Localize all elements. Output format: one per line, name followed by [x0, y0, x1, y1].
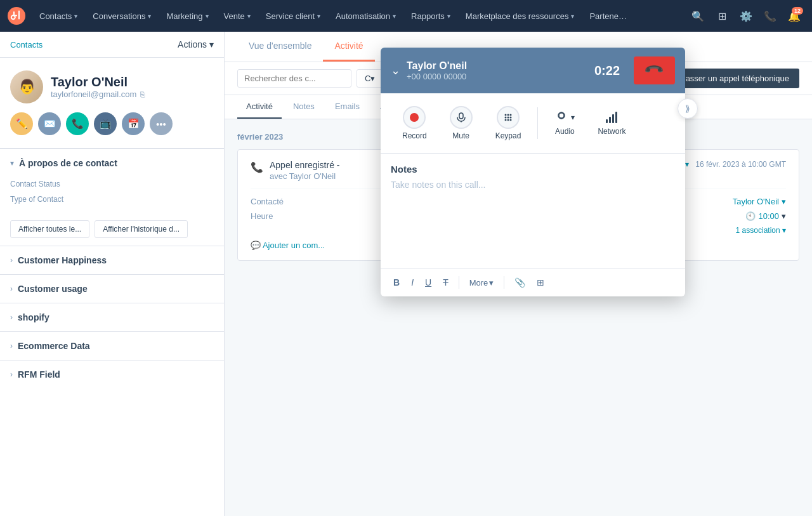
contact-name: Taylor O'Neil	[51, 75, 145, 89]
video-button[interactable]: 📺	[94, 112, 117, 135]
chevron-down-icon: ▾	[393, 13, 396, 20]
chevron-down-icon: ▾	[209, 39, 214, 50]
chevron-right-icon: ›	[10, 313, 13, 322]
mic-icon	[450, 106, 473, 129]
attachment-button[interactable]: 📎	[511, 275, 529, 290]
strikethrough-button[interactable]: T	[439, 275, 452, 290]
chevron-right-icon: ›	[10, 284, 13, 293]
call-collapse-button[interactable]: ⌄	[391, 63, 400, 77]
activity-tab-activite[interactable]: Activité	[237, 95, 282, 119]
tab-vue-ensemble[interactable]: Vue d'ensemble	[237, 32, 323, 62]
table-button[interactable]: ⊞	[533, 275, 548, 290]
copy-icon[interactable]: ⎘	[140, 90, 145, 99]
svg-rect-15	[612, 114, 614, 123]
toolbar-separator	[459, 276, 459, 289]
call-button[interactable]: 📞	[66, 112, 89, 135]
nav-service[interactable]: Service client ▾	[259, 8, 327, 25]
apps-button[interactable]: ⊞	[712, 6, 732, 26]
svg-point-10	[508, 119, 509, 121]
chevron-left-icon: ⟫	[685, 103, 690, 114]
customer-usage-section[interactable]: › Customer usage	[0, 274, 224, 303]
svg-point-3	[505, 114, 507, 116]
svg-point-9	[505, 119, 507, 121]
about-section-header[interactable]: ▾ À propos de ce contact	[0, 149, 224, 177]
network-icon	[605, 110, 619, 124]
afficher-historique-button[interactable]: Afficher l'historique d...	[95, 220, 188, 238]
rfm-section[interactable]: › RFM Field	[0, 360, 224, 388]
calendar-button[interactable]: 📅	[122, 112, 145, 135]
notes-placeholder[interactable]: Take notes on this call...	[391, 180, 675, 190]
customer-happiness-section[interactable]: › Customer Happiness	[0, 246, 224, 274]
keypad-button[interactable]: Keypad	[484, 101, 533, 145]
contacte-value[interactable]: Taylor O'Neil ▾	[733, 197, 786, 206]
nav-vente[interactable]: Vente ▾	[218, 8, 257, 25]
underline-button[interactable]: U	[421, 275, 435, 290]
audio-button[interactable]: ▾ Audio	[543, 105, 586, 141]
svg-point-4	[508, 114, 509, 116]
more-formatting-button[interactable]: More ▾	[466, 275, 498, 290]
phone-call-button[interactable]: Passer un appel téléphonique	[670, 69, 799, 88]
phone-button[interactable]: 📞	[760, 6, 780, 26]
nav-automatisation[interactable]: Automatisation ▾	[329, 8, 402, 25]
chevron-right-icon: ›	[10, 370, 13, 379]
contact-email: taylorfoneil@gmail.com ⎘	[51, 89, 145, 99]
record-icon	[403, 106, 426, 129]
contact-header: 👨 Taylor O'Neil taylorfoneil@gmail.com ⎘	[10, 70, 214, 103]
ecommerce-section[interactable]: › Ecommerce Data	[0, 331, 224, 360]
tab-activite[interactable]: Activité	[323, 32, 374, 62]
nav-marketplace[interactable]: Marketplace des ressources ▾	[459, 8, 581, 25]
chevron-right-icon: ›	[10, 256, 13, 265]
nav-contacts[interactable]: Contacts ▾	[33, 8, 84, 25]
call-controls: Record Mute	[381, 93, 685, 154]
contacts-breadcrumb[interactable]: Contacts	[10, 40, 43, 50]
top-navigation: Contacts ▾ Conversations ▾ Marketing ▾ V…	[0, 0, 812, 32]
search-input[interactable]	[237, 69, 351, 88]
svg-point-5	[510, 114, 512, 116]
chevron-down-icon: ▾	[782, 211, 786, 221]
chevron-down-icon: ▾	[447, 13, 450, 20]
network-button[interactable]: Network	[586, 105, 637, 141]
svg-point-7	[508, 117, 509, 119]
associations-link[interactable]: 1 association ▾	[736, 226, 786, 235]
phone-icon: 📞	[251, 161, 263, 173]
filter-button[interactable]: C▾	[357, 69, 383, 88]
nav-conversations[interactable]: Conversations ▾	[86, 8, 157, 25]
audio-icon: ▾	[554, 110, 575, 124]
settings-button[interactable]: ⚙️	[736, 6, 756, 26]
record-button[interactable]: Record	[391, 101, 438, 145]
chevron-down-icon: ▾	[782, 197, 786, 206]
about-section: Contact Status Type of Contact	[0, 177, 224, 215]
notifications-button[interactable]: 🔔 12	[784, 6, 804, 26]
phone-end-icon: 📞	[643, 60, 665, 82]
italic-button[interactable]: I	[407, 275, 417, 290]
nav-rapports[interactable]: Rapports ▾	[405, 8, 457, 25]
edit-button[interactable]: ✏️	[10, 112, 33, 135]
chevron-down-icon: ▾	[10, 159, 14, 168]
more-actions-button[interactable]: •••	[150, 112, 173, 135]
call-end-button[interactable]: 📞	[634, 56, 675, 84]
overlay-collapse-button[interactable]: ⟫	[678, 98, 698, 119]
chevron-right-icon: ›	[10, 341, 13, 350]
avatar: 👨	[10, 70, 43, 103]
activity-tab-emails[interactable]: Emails	[326, 95, 369, 119]
activity-tab-notes[interactable]: Notes	[284, 95, 324, 119]
email-button[interactable]: ✉️	[38, 112, 61, 135]
hubspot-logo[interactable]	[8, 7, 25, 25]
call-contact-number: +00 0000 00000	[407, 72, 588, 81]
call-header: ⌄ Taylor O'neil +00 0000 00000 0:22 📞	[381, 48, 685, 93]
nav-marketing[interactable]: Marketing ▾	[160, 8, 214, 25]
bold-button[interactable]: B	[390, 275, 403, 290]
afficher-toutes-button[interactable]: Afficher toutes le...	[10, 220, 89, 238]
actions-button[interactable]: Actions ▾	[178, 39, 214, 50]
contact-status-label: Contact Status	[10, 180, 214, 189]
mute-button[interactable]: Mute	[438, 101, 484, 145]
left-panel: Contacts Actions ▾ 👨 Taylor O'Neil taylo…	[0, 32, 225, 516]
call-notes-toolbar: B I U T More ▾ 📎 ⊞	[381, 268, 685, 296]
timeline-card-subtitle: avec Taylor O'Neil	[270, 171, 340, 181]
contact-actions: ✏️ ✉️ 📞 📺 📅 •••	[10, 112, 214, 135]
shopify-section[interactable]: › shopify	[0, 303, 224, 331]
search-button[interactable]: 🔍	[688, 6, 708, 26]
nav-partenaires[interactable]: Partene…	[583, 8, 633, 25]
add-comment-link[interactable]: 💬 Ajouter un com...	[251, 241, 325, 250]
svg-rect-13	[606, 119, 608, 123]
